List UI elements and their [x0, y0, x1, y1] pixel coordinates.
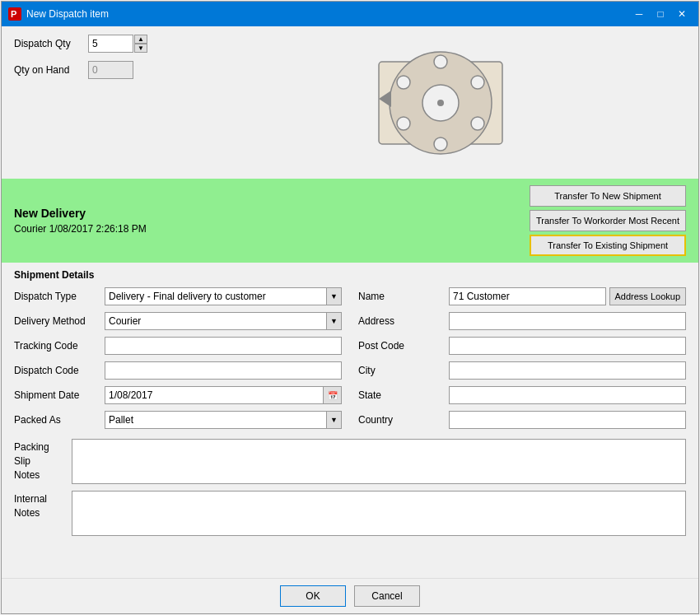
dispatch-qty-spinbox: 5 ▲ ▼ [88, 35, 147, 53]
packing-slip-label: PackingSlipNotes [14, 439, 72, 482]
address-label: Address [358, 315, 449, 327]
internal-notes-row: InternalNotes [14, 491, 686, 536]
packing-slip-row: PackingSlipNotes [14, 439, 686, 484]
name-row: Name Address Lookup [358, 287, 686, 305]
svg-point-11 [397, 117, 410, 130]
date-picker-button[interactable]: 📅 [324, 386, 342, 404]
qty-on-hand-input: 0 [88, 61, 133, 79]
packed-as-select[interactable]: Pallet [105, 411, 342, 429]
shipment-date-input[interactable] [105, 386, 324, 404]
dispatch-qty-label: Dispatch Qty [14, 38, 88, 49]
dispatch-type-label: Dispatch Type [14, 291, 105, 302]
qty-on-hand-row: Qty on Hand 0 [14, 61, 195, 79]
flange-svg [375, 37, 506, 169]
post-code-row: Post Code [358, 337, 686, 355]
dispatch-code-row: Dispatch Code [14, 361, 342, 380]
dispatch-code-label: Dispatch Code [14, 365, 105, 376]
country-input[interactable] [449, 411, 686, 429]
transfer-existing-shipment-button[interactable]: Transfer To Existing Shipment [530, 235, 686, 256]
section-title: Shipment Details [14, 269, 686, 281]
spinbox-up[interactable]: ▲ [134, 35, 147, 44]
main-window: P New Dispatch item ─ □ ✕ Dispatch Qty 5… [1, 1, 699, 614]
minimize-button[interactable]: ─ [629, 6, 649, 22]
app-icon: P [8, 7, 21, 21]
footer: OK Cancel [2, 578, 698, 613]
delivery-method-row: Delivery Method Courier ▼ [14, 312, 342, 330]
window-title: New Dispatch item [26, 8, 109, 20]
city-row: City [358, 361, 686, 380]
window-content: Dispatch Qty 5 ▲ ▼ Qty on Hand 0 [2, 26, 698, 613]
dispatch-code-input[interactable] [105, 361, 342, 380]
ok-button[interactable]: OK [280, 585, 346, 607]
top-left-form: Dispatch Qty 5 ▲ ▼ Qty on Hand 0 [14, 35, 195, 170]
banner-text: New Delivery Courier 1/08/2017 2:26:18 P… [14, 207, 147, 235]
transfer-new-shipment-button[interactable]: Transfer To New Shipment [530, 185, 686, 207]
title-bar-controls: ─ □ ✕ [629, 6, 692, 22]
svg-point-8 [434, 137, 447, 151]
svg-point-9 [397, 76, 410, 89]
title-bar-left: P New Dispatch item [8, 7, 109, 21]
title-bar: P New Dispatch item ─ □ ✕ [2, 2, 698, 26]
state-label: State [358, 389, 449, 401]
transfer-buttons: Transfer To New Shipment Transfer To Wor… [530, 185, 686, 256]
svg-point-10 [471, 76, 484, 89]
svg-point-12 [471, 117, 484, 130]
country-label: Country [358, 414, 449, 426]
dispatch-qty-input[interactable]: 5 [88, 35, 133, 53]
svg-point-7 [434, 55, 447, 68]
address-row: Address [358, 312, 686, 330]
internal-notes-textarea[interactable] [72, 491, 686, 536]
details-grid: Dispatch Type Delivery - Final delivery … [14, 287, 686, 436]
transfer-workorder-button[interactable]: Transfer To Workorder Most Recent [530, 210, 686, 231]
delivery-method-select-wrapper: Courier ▼ [105, 312, 342, 330]
shipment-date-wrapper: 📅 [105, 386, 342, 404]
qty-on-hand-label: Qty on Hand [14, 64, 88, 76]
internal-notes-label: InternalNotes [14, 491, 72, 520]
svg-point-6 [437, 100, 444, 106]
spinbox-arrows: ▲ ▼ [134, 35, 147, 53]
delivery-method-label: Delivery Method [14, 315, 105, 327]
post-code-label: Post Code [358, 340, 449, 352]
shipment-date-label: Shipment Date [14, 389, 105, 401]
cancel-button[interactable]: Cancel [354, 585, 420, 607]
country-row: Country [358, 411, 686, 429]
green-banner: New Delivery Courier 1/08/2017 2:26:18 P… [2, 179, 698, 263]
city-label: City [358, 365, 449, 376]
details-right: Name Address Lookup Address Post Code [358, 287, 686, 436]
details-left: Dispatch Type Delivery - Final delivery … [14, 287, 342, 436]
packed-as-label: Packed As [14, 414, 105, 426]
tracking-code-label: Tracking Code [14, 340, 105, 352]
shipment-date-row: Shipment Date 📅 [14, 386, 342, 404]
name-label: Name [358, 291, 449, 302]
tracking-code-input[interactable] [105, 337, 342, 355]
delivery-method-select[interactable]: Courier [105, 312, 342, 330]
dispatch-type-row: Dispatch Type Delivery - Final delivery … [14, 287, 342, 305]
close-button[interactable]: ✕ [672, 6, 692, 22]
post-code-input[interactable] [449, 337, 686, 355]
top-section: Dispatch Qty 5 ▲ ▼ Qty on Hand 0 [2, 26, 698, 179]
city-input[interactable] [449, 361, 686, 380]
delivery-title: New Delivery [14, 207, 147, 220]
courier-info: Courier 1/08/2017 2:26:18 PM [14, 223, 147, 235]
name-input[interactable] [449, 287, 606, 305]
packing-slip-textarea[interactable] [72, 439, 686, 484]
dispatch-type-select-wrapper: Delivery - Final delivery to customer ▼ [105, 287, 342, 305]
shipment-details-section: Shipment Details Dispatch Type Delivery … [2, 263, 698, 578]
packed-as-select-wrapper: Pallet ▼ [105, 411, 342, 429]
address-lookup-button[interactable]: Address Lookup [609, 287, 687, 305]
dispatch-qty-row: Dispatch Qty 5 ▲ ▼ [14, 35, 195, 53]
notes-section: PackingSlipNotes InternalNotes [14, 439, 686, 536]
maximize-button[interactable]: □ [651, 6, 670, 22]
dispatch-type-select[interactable]: Delivery - Final delivery to customer [105, 287, 342, 305]
packed-as-row: Packed As Pallet ▼ [14, 411, 342, 429]
address-input[interactable] [449, 312, 686, 330]
svg-text:P: P [11, 9, 16, 19]
tracking-code-row: Tracking Code [14, 337, 342, 355]
state-row: State [358, 386, 686, 404]
state-input[interactable] [449, 386, 686, 404]
flange-diagram [195, 35, 686, 170]
spinbox-down[interactable]: ▼ [134, 44, 147, 53]
